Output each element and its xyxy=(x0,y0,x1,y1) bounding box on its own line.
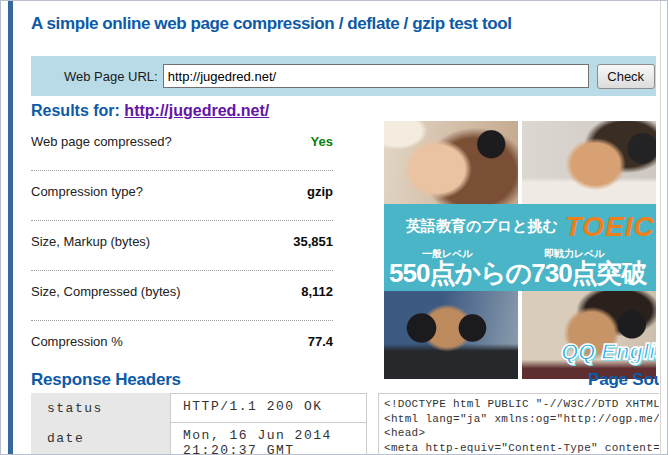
code-line: <meta http-equiv="Content-Type" content= xyxy=(384,441,659,455)
ad-photo-man-headset xyxy=(384,291,518,379)
response-headers-table: status HTTP/1.1 200 OK date Mon, 16 Jun … xyxy=(31,393,367,455)
ad-teal-band: 英語教育のプロと挑むTOEIC 一般レベル 即戦力レベル 550点からの730点… xyxy=(384,204,656,291)
result-row-compressed-size: Size, Compressed (bytes) 8,112 xyxy=(31,271,333,321)
ad-photo-woman-headset-right xyxy=(522,121,656,204)
page-source-code-block: <!DOCTYPE html PUBLIC "-//W3C//DTD XHTML… xyxy=(378,393,659,454)
code-line: <head> xyxy=(384,426,659,441)
url-input-label: Web Page URL: xyxy=(64,69,158,84)
ad-brand-toeic: TOEIC xyxy=(565,211,655,242)
page-source-heading: Page Source xyxy=(588,370,659,391)
header-row-date: date Mon, 16 Jun 2014 21:20:37 GMT xyxy=(31,423,367,455)
results-heading-prefix: Results for: xyxy=(31,102,120,119)
ad-photo-woman-headset-left xyxy=(384,121,518,204)
ad-photos-top xyxy=(384,121,656,204)
result-row-type: Compression type? gzip xyxy=(31,171,333,221)
result-label: Size, Compressed (bytes) xyxy=(31,284,181,299)
qq-english-ad-banner[interactable]: 英語教育のプロと挑むTOEIC 一般レベル 即戦力レベル 550点からの730点… xyxy=(384,121,656,379)
response-headers-heading: Response Headers xyxy=(31,370,181,390)
result-label: Compression type? xyxy=(31,184,143,199)
code-line: <html lang="ja" xmlns:og="http://ogp.me/ xyxy=(384,412,659,427)
result-label: Size, Markup (bytes) xyxy=(31,234,150,249)
page-title: A simple online web page compression / d… xyxy=(31,14,631,34)
content-right-border xyxy=(660,1,661,454)
result-value: 35,851 xyxy=(293,234,333,249)
ad-headline: 英語教育のプロと挑むTOEIC xyxy=(406,211,655,243)
result-row-compression-pct: Compression % 77.4 xyxy=(31,321,333,349)
header-row-status: status HTTP/1.1 200 OK xyxy=(31,393,367,423)
header-value-cell: Mon, 16 Jun 2014 21:20:37 GMT xyxy=(170,422,367,455)
ad-headline-text: 英語教育のプロと挑む xyxy=(406,217,558,234)
header-name-cell: date xyxy=(31,423,170,455)
ad-photo-woman-glasses-headset xyxy=(522,291,656,379)
ad-photos-bottom xyxy=(384,291,656,379)
browser-viewport: A simple online web page compression / d… xyxy=(0,0,668,455)
result-label: Web page compressed? xyxy=(31,134,172,149)
result-row-compressed: Web page compressed? Yes xyxy=(31,121,333,171)
results-url-link[interactable]: http://jugedred.net/ xyxy=(124,102,269,119)
qq-english-logo: QQ English xyxy=(561,339,656,365)
result-value: gzip xyxy=(307,184,333,199)
check-button[interactable]: Check xyxy=(597,64,655,89)
url-input[interactable] xyxy=(163,64,589,88)
ad-score-text: 550点からの730点突破 xyxy=(389,256,647,291)
header-value-cell: HTTP/1.1 200 OK xyxy=(170,393,367,423)
code-line: <!DOCTYPE html PUBLIC "-//W3C//DTD XHTML xyxy=(384,397,659,412)
url-check-form: Web Page URL: Check xyxy=(31,56,656,96)
result-label: Compression % xyxy=(31,334,123,349)
left-accent-bar xyxy=(8,1,13,454)
result-value: Yes xyxy=(311,134,333,149)
results-heading: Results for: http://jugedred.net/ xyxy=(31,102,269,120)
result-value: 77.4 xyxy=(308,334,333,349)
header-name-cell: status xyxy=(31,393,170,423)
results-table: Web page compressed? Yes Compression typ… xyxy=(31,121,333,349)
result-value: 8,112 xyxy=(301,284,333,299)
result-row-markup-size: Size, Markup (bytes) 35,851 xyxy=(31,221,333,271)
